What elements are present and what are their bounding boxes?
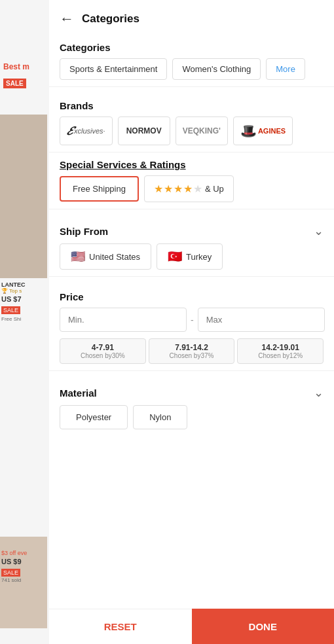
bg-price: US $7: [1, 295, 26, 303]
price-max-input[interactable]: [198, 308, 325, 332]
ship-us-label: United States: [89, 252, 140, 262]
ship-from-chevron-icon[interactable]: ⌄: [314, 224, 324, 238]
brand-agines[interactable]: 🎩 AGINES: [233, 116, 293, 145]
agines-hat-icon: 🎩: [240, 123, 257, 139]
ship-turkey[interactable]: 🇹🇷 Turkey: [157, 243, 223, 270]
material-nylon[interactable]: Nylon: [133, 405, 187, 429]
price-section: - 4-7.91 Chosen by30% 7.91-14.2 Chosen b…: [49, 308, 334, 364]
rating-chip[interactable]: ★ ★ ★ ★ ★ & Up: [144, 175, 234, 202]
bg-best-match: Best m: [3, 62, 29, 71]
bg-free-ship: Free Shi: [1, 316, 26, 322]
category-sports[interactable]: Sports & Entertainment: [60, 58, 167, 80]
star-1: ★: [154, 183, 163, 195]
filter-panel: ← Categories Categories Sports & Enterta…: [49, 0, 334, 644]
categories-label: Categories: [49, 35, 334, 58]
brand-agines-label: AGINES: [258, 127, 286, 135]
material-polyester[interactable]: Polyester: [60, 405, 128, 429]
price-range-2-chosen: Chosen by37%: [152, 352, 232, 359]
turkey-flag-icon: 🇹🇷: [168, 249, 182, 264]
special-services-label: Special Services & Ratings: [60, 159, 324, 170]
ship-turkey-label: Turkey: [186, 252, 212, 262]
bg-price2: US $9: [1, 558, 27, 565]
price-header: Price: [49, 283, 334, 308]
divider-3: [49, 209, 334, 209]
brand-veqking[interactable]: VEQKING': [176, 116, 228, 145]
special-services-section: Special Services & Ratings Free Shipping…: [49, 159, 334, 202]
brand-exclusive-logo: 𝓔xclusives·: [67, 124, 105, 138]
price-range-3[interactable]: 14.2-19.01 Chosen by12%: [237, 338, 324, 364]
reset-button[interactable]: RESET: [49, 609, 192, 644]
rating-up-label: & Up: [205, 184, 224, 194]
rating-stars: ★ ★ ★ ★ ★: [154, 183, 202, 195]
category-more[interactable]: More: [266, 58, 305, 80]
brand-exclusive[interactable]: 𝓔xclusives·: [60, 116, 113, 145]
brand-normov[interactable]: NORMOV: [118, 116, 170, 145]
free-shipping-chip[interactable]: Free Shipping: [60, 176, 139, 202]
bg-product-info: LANTEC 🏆 Top s US $7 SALE Free Shi: [1, 281, 26, 322]
back-button[interactable]: ←: [60, 10, 74, 27]
divider-2: [49, 152, 334, 152]
star-5: ★: [193, 183, 202, 195]
bg-sale2: SALE: [1, 306, 20, 314]
price-range-3-chosen: Chosen by12%: [240, 352, 320, 359]
panel-header: ← Categories: [49, 0, 334, 35]
price-range-1[interactable]: 4-7.91 Chosen by30%: [60, 338, 146, 364]
category-womens[interactable]: Women's Clothing: [172, 58, 261, 80]
price-range-3-value: 14.2-19.01: [240, 343, 320, 352]
brands-grid: 𝓔xclusives· NORMOV VEQKING' 🎩 AGINES: [49, 116, 334, 145]
material-header: Material ⌄: [49, 378, 334, 405]
price-ranges: 4-7.91 Chosen by30% 7.91-14.2 Chosen by3…: [60, 338, 324, 364]
star-3: ★: [174, 183, 183, 195]
price-range-1-value: 4-7.91: [63, 343, 143, 352]
price-dash: -: [191, 315, 194, 325]
bg-sale-badge: SALE: [3, 79, 26, 88]
bg-product-name: LANTEC: [1, 281, 26, 288]
star-2: ★: [164, 183, 173, 195]
price-min-input[interactable]: [60, 308, 187, 332]
star-4: ★: [183, 183, 193, 195]
brand-veqking-label: VEQKING': [183, 126, 221, 135]
footer-buttons: RESET DONE: [49, 609, 334, 644]
material-chevron-icon[interactable]: ⌄: [314, 385, 324, 400]
bg-product-info2: $3 off eve US $9 SALE 741 sold: [1, 550, 27, 583]
price-range-2[interactable]: 7.91-14.2 Chosen by37%: [149, 338, 235, 364]
bg-sale3: SALE: [1, 569, 20, 577]
ship-from-row: 🇺🇸 United States 🇹🇷 Turkey: [49, 243, 334, 270]
divider-5: [49, 370, 334, 371]
price-range-1-chosen: Chosen by30%: [63, 352, 143, 359]
bg-product-image: [0, 115, 47, 278]
ship-from-header: Ship From ⌄: [49, 216, 334, 243]
special-services-row: Free Shipping ★ ★ ★ ★ ★ & Up: [60, 175, 324, 202]
ship-from-label: Ship From: [60, 226, 108, 237]
material-label: Material: [60, 387, 97, 399]
us-flag-icon: 🇺🇸: [71, 249, 85, 264]
brands-label: Brands: [49, 94, 334, 116]
price-inputs: -: [60, 308, 324, 332]
price-label: Price: [60, 291, 84, 302]
divider-4: [49, 276, 334, 277]
brand-normov-label: NORMOV: [126, 126, 162, 135]
divider-1: [49, 86, 334, 87]
material-row: Polyester Nylon: [49, 405, 334, 429]
categories-grid: Sports & Entertainment Women's Clothing …: [49, 58, 334, 80]
done-button[interactable]: DONE: [192, 609, 335, 644]
price-range-2-value: 7.91-14.2: [152, 343, 232, 352]
ship-us[interactable]: 🇺🇸 United States: [60, 243, 151, 270]
panel-title: Categories: [82, 12, 139, 26]
